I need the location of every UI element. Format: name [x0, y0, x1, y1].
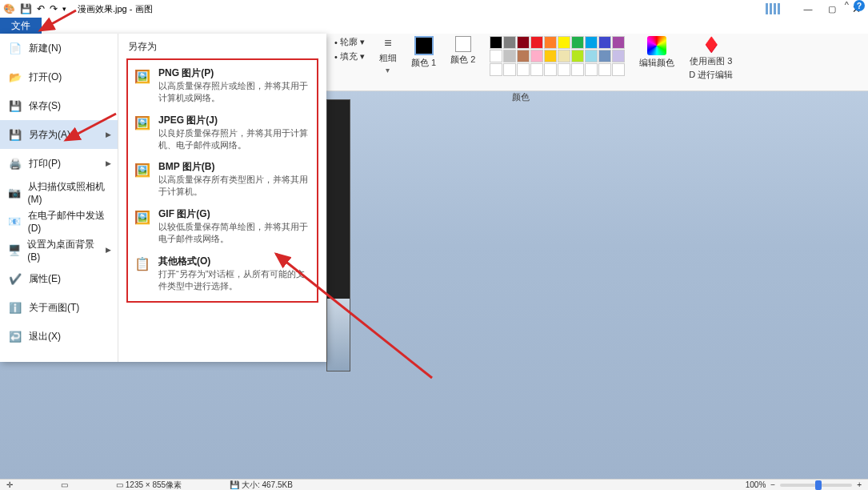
- menu-item-label: 退出(X): [29, 330, 61, 343]
- palette-swatch[interactable]: [517, 50, 530, 62]
- palette-swatch[interactable]: [517, 36, 530, 49]
- file-menu-item-0[interactable]: 📄新建(N): [0, 34, 118, 62]
- zoom-slider[interactable]: [780, 484, 852, 487]
- palette-swatch[interactable]: [585, 63, 598, 76]
- window-title: 漫画效果.jpg - 画图: [78, 3, 153, 15]
- palette-swatch[interactable]: [544, 63, 557, 76]
- saveas-option-4[interactable]: 📋其他格式(O)打开“另存为”对话框，从所有可能的文件类型中进行选择。: [131, 251, 314, 299]
- ribbon-group-label-colors: 颜色: [512, 91, 530, 103]
- maximize-button[interactable]: ▢: [820, 0, 844, 18]
- chevron-right-icon: ▶: [106, 159, 111, 167]
- file-menu-item-4[interactable]: 🖨️打印(P)▶: [0, 149, 118, 178]
- zoom-out-button[interactable]: −: [770, 480, 775, 489]
- palette-swatch[interactable]: [503, 36, 516, 49]
- palette-swatch[interactable]: [503, 50, 516, 62]
- file-menu-item-7[interactable]: 🖥️设置为桌面背景(B)▶: [0, 235, 118, 264]
- paint3d-button[interactable]: ♦️ 使用画图 3 D 进行编辑: [689, 36, 733, 81]
- color1-swatch[interactable]: 颜色 1: [411, 36, 436, 69]
- menu-item-icon: ↩️: [8, 329, 22, 343]
- submenu-title: 另存为: [126, 38, 318, 58]
- palette-swatch[interactable]: [490, 36, 502, 49]
- titlebar: 🎨 💾 ↶ ↷ ▾ 漫画效果.jpg - 画图 — ▢ ✕: [0, 0, 868, 18]
- status-filesize: 💾 大小: 467.5KB: [230, 480, 293, 491]
- palette-swatch[interactable]: [598, 50, 611, 62]
- file-type-icon: 🖼️: [133, 66, 152, 86]
- file-menu-item-1[interactable]: 📂打开(O): [0, 62, 118, 91]
- palette-swatch[interactable]: [571, 63, 584, 76]
- saveas-option-desc: 打开“另存为”对话框，从所有可能的文件类型中进行选择。: [158, 268, 312, 292]
- menu-item-icon: 💾: [8, 127, 22, 142]
- menu-item-icon: ✔️: [8, 271, 22, 286]
- file-tab[interactable]: 文件: [0, 18, 42, 34]
- palette-swatch[interactable]: [544, 36, 557, 49]
- thickness-group[interactable]: ≡ 粗细 ▾: [379, 36, 397, 74]
- palette-swatch[interactable]: [558, 36, 570, 49]
- menu-item-icon: 🖨️: [8, 156, 22, 171]
- palette-swatch[interactable]: [490, 50, 502, 62]
- palette-swatch[interactable]: [571, 50, 584, 62]
- palette-swatch[interactable]: [585, 50, 598, 62]
- saveas-option-2[interactable]: 🖼️BMP 图片(B)以高质量保存所有类型图片，并将其用于计算机。: [131, 157, 314, 204]
- file-menu-item-9[interactable]: ℹ️关于画图(T): [0, 293, 118, 322]
- palette-swatch[interactable]: [530, 36, 543, 49]
- palette-swatch[interactable]: [585, 36, 598, 49]
- palette-swatch[interactable]: [598, 36, 611, 49]
- palette-swatch[interactable]: [558, 63, 570, 76]
- saveas-option-desc: 以高质量保存所有类型图片，并将其用于计算机。: [158, 174, 312, 198]
- qat-more-icon[interactable]: ▾: [62, 5, 66, 13]
- menu-item-label: 新建(N): [29, 42, 62, 55]
- saveas-option-desc: 以较低质量保存简单绘图，并将其用于电子邮件或网络。: [158, 221, 312, 245]
- fill-option[interactable]: • 填充 ▾: [334, 50, 365, 62]
- outline-option[interactable]: • 轮廓 ▾: [334, 36, 365, 48]
- menu-item-label: 打印(P): [29, 157, 61, 171]
- palette-swatch[interactable]: [517, 63, 530, 76]
- zoom-in-button[interactable]: +: [857, 480, 862, 489]
- qat-redo-icon[interactable]: ↷: [50, 3, 58, 14]
- palette-swatch[interactable]: [530, 50, 543, 62]
- saveas-option-3[interactable]: 🖼️GIF 图片(G)以较低质量保存简单绘图，并将其用于电子邮件或网络。: [131, 204, 314, 251]
- minimize-button[interactable]: —: [796, 0, 820, 18]
- file-menu-item-6[interactable]: 📧在电子邮件中发送(D): [0, 207, 118, 235]
- file-menu-item-10[interactable]: ↩️退出(X): [0, 322, 118, 351]
- palette-swatch[interactable]: [598, 63, 611, 76]
- status-selection-icon: ▭: [61, 480, 68, 489]
- palette-swatch[interactable]: [490, 63, 502, 76]
- menu-item-icon: 📂: [8, 70, 22, 84]
- zoom-level: 100%: [746, 480, 766, 489]
- palette-swatch[interactable]: [544, 50, 557, 62]
- file-menu: 📄新建(N)📂打开(O)💾保存(S)💾另存为(A)▶🖨️打印(P)▶📷从扫描仪或…: [0, 34, 326, 362]
- help-icon[interactable]: ?: [854, 0, 865, 11]
- palette-swatch[interactable]: [612, 36, 625, 49]
- saveas-option-title: JPEG 图片(J): [158, 114, 312, 127]
- palette-swatch[interactable]: [612, 50, 625, 62]
- palette-swatch[interactable]: [612, 63, 625, 76]
- ribbon: • 轮廓 ▾ • 填充 ▾ ≡ 粗细 ▾ 颜色 1 颜色 2 编辑颜色 ♦️ 使…: [326, 34, 868, 91]
- file-type-icon: 🖼️: [133, 114, 152, 133]
- ribbon-collapse-icon[interactable]: ^: [845, 0, 849, 11]
- saveas-option-0[interactable]: 🖼️PNG 图片(P)以高质量保存照片或绘图，并将其用于计算机或网络。: [131, 63, 314, 110]
- menu-item-icon: 📧: [8, 214, 22, 228]
- saveas-option-title: BMP 图片(B): [158, 160, 312, 174]
- palette-swatch[interactable]: [558, 50, 570, 62]
- file-menu-item-3[interactable]: 💾另存为(A)▶: [0, 120, 118, 149]
- color-palette[interactable]: [490, 36, 625, 76]
- canvas-thumbnail[interactable]: [326, 99, 350, 372]
- palette-swatch[interactable]: [530, 63, 543, 76]
- file-menu-item-5[interactable]: 📷从扫描仪或照相机(M): [0, 178, 118, 207]
- file-menu-item-8[interactable]: ✔️属性(E): [0, 264, 118, 293]
- menu-item-icon: ℹ️: [8, 300, 22, 315]
- color2-swatch[interactable]: 颜色 2: [450, 36, 475, 66]
- saveas-option-title: GIF 图片(G): [158, 207, 312, 221]
- file-menu-item-2[interactable]: 💾保存(S): [0, 91, 118, 120]
- statusbar: ✛ ▭ ▭ 1235 × 855像素 💾 大小: 467.5KB 100% − …: [0, 479, 868, 490]
- edit-colors-button[interactable]: 编辑颜色: [639, 36, 674, 69]
- saveas-option-1[interactable]: 🖼️JPEG 图片(J)以良好质量保存照片，并将其用于计算机、电子邮件或网络。: [131, 110, 314, 158]
- menu-item-label: 关于画图(T): [29, 301, 79, 315]
- menu-item-icon: 📄: [8, 41, 22, 55]
- palette-swatch[interactable]: [503, 63, 516, 76]
- qat-save-icon[interactable]: 💾: [20, 3, 32, 14]
- palette-swatch[interactable]: [571, 36, 584, 49]
- qat-undo-icon[interactable]: ↶: [37, 3, 45, 14]
- menu-item-label: 从扫描仪或照相机(M): [28, 180, 112, 205]
- menu-item-label: 打开(O): [29, 70, 62, 84]
